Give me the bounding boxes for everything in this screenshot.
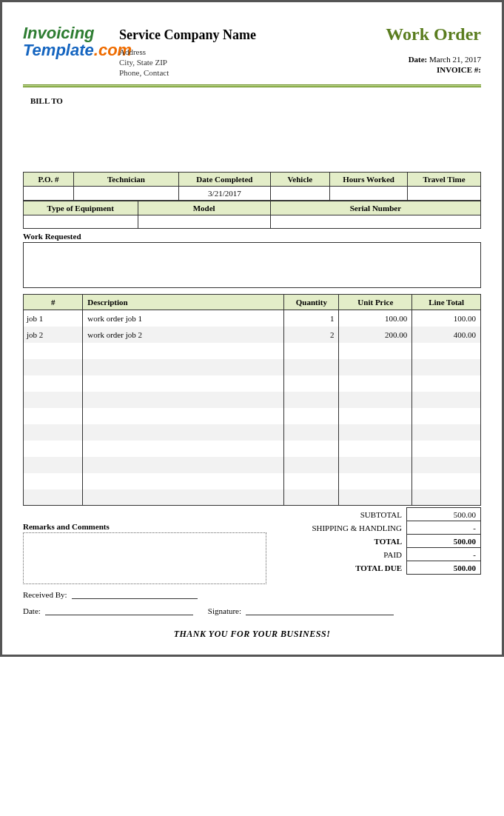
item-price bbox=[339, 473, 412, 489]
table-row bbox=[24, 424, 481, 441]
model-header: Model bbox=[138, 201, 270, 215]
item-desc: work order job 1 bbox=[83, 310, 284, 327]
info-table-1: P.O. # Technician Date Completed Vehicle… bbox=[23, 172, 481, 201]
item-num bbox=[24, 359, 83, 375]
item-num bbox=[24, 457, 83, 473]
item-total bbox=[412, 408, 481, 424]
totals-row: SUBTOTAL500.00 bbox=[274, 508, 481, 521]
item-desc bbox=[83, 375, 284, 392]
item-desc bbox=[83, 359, 284, 375]
item-total bbox=[412, 489, 481, 506]
col-total: Line Total bbox=[412, 295, 481, 310]
technician-value bbox=[73, 187, 178, 201]
item-price: 100.00 bbox=[339, 310, 412, 327]
thank-you: THANK YOU FOR YOUR BUSINESS! bbox=[23, 629, 481, 640]
item-desc bbox=[83, 343, 284, 359]
item-total: 400.00 bbox=[412, 327, 481, 343]
item-price: 200.00 bbox=[339, 327, 412, 343]
item-qty: 1 bbox=[284, 310, 339, 327]
totals-block: SUBTOTAL500.00SHIPPING & HANDLING-TOTAL5… bbox=[274, 507, 481, 584]
item-total bbox=[412, 359, 481, 375]
company-block: Service Company Name Address City, State… bbox=[119, 24, 348, 78]
technician-header: Technician bbox=[73, 173, 178, 187]
title-block: Work Order Date: March 21, 2017 INVOICE … bbox=[348, 24, 481, 78]
info-table-2: Type of Equipment Model Serial Number bbox=[23, 201, 481, 229]
serial-header: Serial Number bbox=[270, 201, 480, 215]
header: Invoicing Template.com Service Company N… bbox=[23, 24, 481, 78]
item-price bbox=[339, 343, 412, 359]
item-price bbox=[339, 489, 412, 506]
vehicle-header: Vehicle bbox=[270, 173, 329, 187]
table-row bbox=[24, 473, 481, 489]
item-num bbox=[24, 343, 83, 359]
totals-row: SHIPPING & HANDLING- bbox=[274, 521, 481, 535]
remarks-label: Remarks and Comments bbox=[23, 522, 266, 531]
doc-title: Work Order bbox=[348, 24, 481, 44]
hours-worked-header: Hours Worked bbox=[330, 173, 408, 187]
item-total bbox=[412, 375, 481, 392]
totals-row: TOTAL DUE500.00 bbox=[274, 561, 481, 575]
table-row bbox=[24, 489, 481, 506]
po-value bbox=[24, 187, 74, 201]
table-row bbox=[24, 359, 481, 375]
item-num bbox=[24, 473, 83, 489]
item-desc bbox=[83, 424, 284, 441]
item-qty: 2 bbox=[284, 327, 339, 343]
work-order-page: Invoicing Template.com Service Company N… bbox=[0, 0, 504, 657]
equipment-header: Type of Equipment bbox=[24, 201, 138, 215]
item-qty bbox=[284, 408, 339, 424]
item-num: job 1 bbox=[24, 310, 83, 327]
serial-value bbox=[270, 215, 480, 229]
company-address: Address bbox=[119, 47, 348, 56]
item-price bbox=[339, 441, 412, 457]
totals-row: PAID- bbox=[274, 548, 481, 561]
item-qty bbox=[284, 343, 339, 359]
totals-value: - bbox=[407, 521, 481, 535]
item-desc bbox=[83, 489, 284, 506]
bill-to-label: BILL TO bbox=[30, 96, 481, 105]
item-qty bbox=[284, 457, 339, 473]
signature-line bbox=[246, 615, 394, 615]
sig-date-label: Date: bbox=[23, 606, 41, 615]
item-num bbox=[24, 489, 83, 506]
totals-value: 500.00 bbox=[407, 561, 481, 575]
item-qty bbox=[284, 424, 339, 441]
table-row: job 1work order job 11100.00100.00 bbox=[24, 310, 481, 327]
item-qty bbox=[284, 359, 339, 375]
footer-area: Remarks and Comments SUBTOTAL500.00SHIPP… bbox=[23, 507, 481, 584]
item-price bbox=[339, 359, 412, 375]
item-desc bbox=[83, 392, 284, 408]
company-city: City, State ZIP bbox=[119, 58, 348, 67]
signature-row-2: Date: Signature: bbox=[23, 606, 481, 615]
totals-label: TOTAL bbox=[274, 535, 407, 548]
item-price bbox=[339, 457, 412, 473]
date-completed-header: Date Completed bbox=[179, 173, 271, 187]
totals-label: SUBTOTAL bbox=[274, 508, 407, 521]
table-row: job 2work order job 22200.00400.00 bbox=[24, 327, 481, 343]
item-price bbox=[339, 375, 412, 392]
item-desc: work order job 2 bbox=[83, 327, 284, 343]
item-desc bbox=[83, 457, 284, 473]
item-price bbox=[339, 408, 412, 424]
table-row bbox=[24, 375, 481, 392]
item-num bbox=[24, 408, 83, 424]
item-total bbox=[412, 473, 481, 489]
equipment-value bbox=[24, 215, 138, 229]
received-by-label: Received By: bbox=[23, 590, 67, 599]
travel-time-value bbox=[408, 187, 481, 201]
vehicle-value bbox=[270, 187, 329, 201]
date-row: Date: March 21, 2017 bbox=[348, 55, 481, 64]
signature-label: Signature: bbox=[208, 606, 241, 615]
item-total bbox=[412, 343, 481, 359]
table-row bbox=[24, 441, 481, 457]
logo-line2: Template bbox=[23, 41, 94, 59]
table-row bbox=[24, 457, 481, 473]
item-qty bbox=[284, 375, 339, 392]
company-name: Service Company Name bbox=[119, 27, 348, 43]
date-label: Date: bbox=[409, 55, 428, 64]
item-qty bbox=[284, 441, 339, 457]
sig-date-line bbox=[45, 615, 193, 615]
item-desc bbox=[83, 408, 284, 424]
totals-label: SHIPPING & HANDLING bbox=[274, 521, 407, 535]
item-total bbox=[412, 392, 481, 408]
